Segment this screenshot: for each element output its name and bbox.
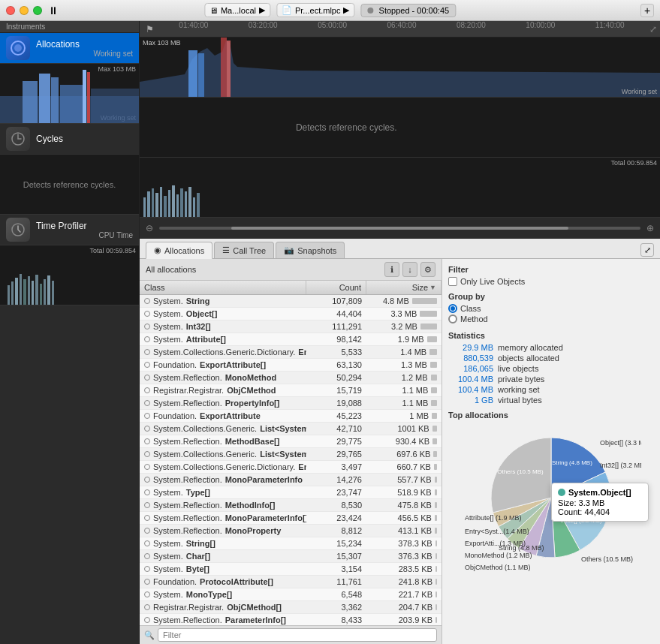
size-value: 557.7 KB xyxy=(397,475,431,484)
table-row[interactable]: System.MonoType[]6,548221.7 KB xyxy=(140,588,442,601)
table-row[interactable]: System.Object[]44,4043.3 MB xyxy=(140,308,442,320)
class-bullet-icon xyxy=(144,298,150,304)
table-row[interactable]: System.String107,8094.8 MB xyxy=(140,295,442,308)
groupby-class-radio[interactable] xyxy=(448,304,457,313)
table-row[interactable]: System.Reflection.PropertyInfo[]19,0881.… xyxy=(140,397,442,410)
stat-label: objects allocated xyxy=(498,354,559,363)
td-count: 63,130 xyxy=(306,359,366,371)
table-row[interactable]: Foundation.ExportAttribute45,2231 MB xyxy=(140,410,442,423)
table-row[interactable]: Registrar.Registrar.ObjCMethod15,7191.1 … xyxy=(140,384,442,397)
class-name: MonoParameterInfo[] xyxy=(225,513,306,522)
stat-value: 100.4 MB xyxy=(448,375,493,384)
class-bullet-icon xyxy=(144,451,150,457)
size-bar xyxy=(435,528,437,534)
class-name: Attribute[] xyxy=(186,335,226,344)
table-row[interactable]: Foundation.ProtocolAttribute[]11,761241.… xyxy=(140,576,442,588)
table-row[interactable]: System.Reflection.MethodInfo[]8,530475.8… xyxy=(140,499,442,512)
class-bullet-icon xyxy=(144,604,150,610)
table-row[interactable]: System.Reflection.MonoParameterInfo14,27… xyxy=(140,474,442,486)
table-row[interactable]: System.String[]15,234378.3 KB xyxy=(140,537,442,550)
td-size: 930.4 KB xyxy=(366,435,442,447)
expand-button[interactable]: ⤢ xyxy=(640,243,654,257)
add-instrument-button[interactable]: + xyxy=(640,4,654,17)
project-icon: 📄 xyxy=(282,5,292,15)
filter-input[interactable] xyxy=(158,628,437,642)
machine-segment[interactable]: 🖥 Ma...local ▶ xyxy=(204,3,270,17)
th-count[interactable]: Count xyxy=(306,281,366,294)
svg-point-1 xyxy=(14,44,22,52)
zoom-slider[interactable] xyxy=(159,227,640,230)
stat-value: 1 GB xyxy=(448,396,493,405)
td-class: System.Byte[] xyxy=(140,563,306,575)
table-row[interactable]: System.Attribute[]98,1421.9 MB xyxy=(140,333,442,346)
sidebar-item-timeprofiler[interactable]: Time Profiler CPU Time xyxy=(0,215,139,245)
table-row[interactable]: Foundation.ExportAttribute[]63,1301.3 MB xyxy=(140,359,442,372)
class-bullet-icon xyxy=(144,349,150,355)
table-body[interactable]: System.String107,8094.8 MBSystem.Object[… xyxy=(140,295,442,625)
stat-row: 880,539objects allocated xyxy=(448,354,654,363)
table-row[interactable]: System.Byte[]3,154283.5 KB xyxy=(140,563,442,576)
sidebar-item-cycles[interactable]: Cycles xyxy=(0,124,139,155)
class-name: List<System.Object> xyxy=(260,424,306,433)
svg-rect-30 xyxy=(152,188,154,217)
groupby-class-label: Class xyxy=(460,304,481,313)
table-row[interactable]: System.Collections.Generic.Dictionary.En… xyxy=(140,461,442,474)
project-segment[interactable]: 📄 Pr...ect.mlpc ▶ xyxy=(276,3,355,17)
td-size: 3.2 MB xyxy=(366,320,442,333)
content-area: All allocations ℹ ↓ ⚙ Class Count xyxy=(140,259,660,644)
td-count: 23,747 xyxy=(306,486,366,498)
td-size: 1 MB xyxy=(366,410,442,422)
table-row[interactable]: System.Reflection.MonoMethod50,2941.2 MB xyxy=(140,372,442,384)
tab-allocations[interactable]: ◉ Allocations xyxy=(146,242,212,259)
td-class: Foundation.ExportAttribute[] xyxy=(140,359,306,371)
class-prefix: System. xyxy=(153,309,183,318)
td-count: 8,812 xyxy=(306,525,366,537)
maximize-button[interactable] xyxy=(33,6,42,15)
table-row[interactable]: System.Reflection.MonoProperty8,812413.1… xyxy=(140,525,442,537)
tab-calltree[interactable]: ☰ Call Tree xyxy=(214,242,274,258)
size-bar xyxy=(432,438,437,444)
td-class: System.String[] xyxy=(140,537,306,549)
live-objects-filter: Only Live Objects xyxy=(448,277,654,286)
info-button[interactable]: ℹ xyxy=(384,262,399,277)
class-bullet-icon xyxy=(144,528,150,534)
pause-button[interactable]: ⏸ xyxy=(48,5,59,17)
table-row[interactable]: System.Reflection.MonoParameterInfo[]23,… xyxy=(140,512,442,525)
table-row[interactable]: System.Reflection.MethodBase[]29,775930.… xyxy=(140,435,442,448)
table-row[interactable]: System.Collections.Generic.List<System.R… xyxy=(140,448,442,461)
th-class[interactable]: Class xyxy=(140,281,306,294)
zoom-out-icon[interactable]: ⊖ xyxy=(146,223,153,233)
class-name: Int32[] xyxy=(186,322,211,331)
table-row[interactable]: Registrar.Registrar.ObjCMethod[]3,362204… xyxy=(140,601,442,614)
minimize-button[interactable] xyxy=(20,6,29,15)
td-class: System.Collections.Generic.Dictionary.En… xyxy=(140,346,306,358)
class-bullet-icon xyxy=(144,464,150,470)
svg-rect-28 xyxy=(143,197,146,217)
timeprofiler-info: Time Profiler CPU Time xyxy=(36,221,133,239)
class-bullet-icon xyxy=(144,617,150,623)
class-name: Object[] xyxy=(186,309,218,318)
sidebar-item-allocations[interactable]: Allocations Working set xyxy=(0,33,139,64)
settings-button[interactable]: ⚙ xyxy=(420,262,435,277)
table-row[interactable]: System.Reflection.ParameterInfo[]8,43320… xyxy=(140,614,442,625)
groupby-method-radio[interactable] xyxy=(448,314,457,324)
td-count: 8,530 xyxy=(306,499,366,511)
ruler-expand-icon[interactable]: ⤢ xyxy=(649,24,657,35)
th-size[interactable]: Size ▼ xyxy=(366,281,442,294)
table-row[interactable]: System.Collections.Generic.List<System.O… xyxy=(140,423,442,435)
zoom-in-icon[interactable]: ⊕ xyxy=(646,223,654,233)
down-button[interactable]: ↓ xyxy=(402,262,417,277)
td-class: Foundation.ExportAttribute xyxy=(140,410,306,422)
top-alloc-title: Top allocations xyxy=(448,411,654,420)
table-row[interactable]: System.Collections.Generic.Dictionary.En… xyxy=(140,346,442,359)
table-row[interactable]: System.Int32[]111,2913.2 MB xyxy=(140,320,442,333)
td-count: 29,775 xyxy=(306,435,366,447)
live-objects-checkbox[interactable] xyxy=(448,277,457,286)
close-button[interactable] xyxy=(6,6,15,15)
chevron-right-icon: ▶ xyxy=(259,5,265,15)
tab-snapshots[interactable]: 📷 Snapshots xyxy=(276,242,345,258)
svg-rect-13 xyxy=(11,281,14,305)
size-value: 475.8 KB xyxy=(398,501,432,510)
table-row[interactable]: System.Char[]15,307376.3 KB xyxy=(140,550,442,563)
table-row[interactable]: System.Type[]23,747518.9 KB xyxy=(140,486,442,499)
